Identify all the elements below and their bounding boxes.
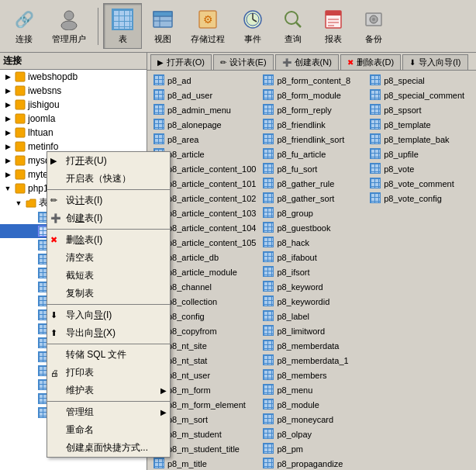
tab-design[interactable]: ✏ 设计表(E) [213, 54, 274, 70]
sidebar-item-iwebsns[interactable]: ▶ iwebsns [0, 84, 147, 98]
table-cell[interactable]: p8_special_comment [367, 88, 473, 102]
table-cell[interactable]: p8_upfile [367, 147, 473, 161]
table-cell[interactable]: p8_memberdata_1 [260, 354, 366, 368]
table-icon [263, 133, 274, 146]
table-icon [263, 148, 274, 161]
connect-button[interactable]: 🔗 连接 [5, 3, 43, 49]
sidebar-item-iwebshopdb[interactable]: ▶ iwebshopdb [0, 70, 147, 84]
table-cell[interactable]: p8_ifsort [260, 265, 366, 279]
sidebar-item-lhtuan[interactable]: ▶ lhtuan [0, 126, 147, 140]
ctx-maintain[interactable]: 维护表 ▶ [47, 382, 170, 399]
table-cell[interactable]: p8_alonepage [150, 118, 259, 132]
table-cell[interactable]: p8_template [367, 118, 473, 132]
view-button[interactable]: 视图 [143, 3, 182, 49]
ctx-open[interactable]: ▶ 打开表(U) [47, 152, 170, 170]
table-cell[interactable]: p8_members [260, 368, 366, 382]
table-cell[interactable]: p8_gather_sort [260, 192, 366, 206]
table-cell[interactable]: p8_memberdata [260, 339, 366, 353]
table-cell[interactable] [367, 236, 473, 250]
table-cell[interactable]: p8_olpay [260, 427, 366, 441]
table-cell[interactable] [367, 339, 473, 353]
ctx-design[interactable]: ✏ 设计表(I) [47, 192, 170, 209]
table-cell[interactable]: p8_ad_user [150, 88, 259, 102]
table-cell[interactable]: p8_module [260, 398, 366, 412]
table-cell[interactable] [367, 206, 473, 220]
query-button[interactable]: 查询 [274, 3, 312, 49]
user-button[interactable]: 管理用户 [45, 3, 93, 49]
ctx-shortcut[interactable]: 创建桌面快捷方式... [47, 439, 170, 457]
table-button[interactable]: 表 [103, 3, 142, 49]
table-name-label: p8_limitword [277, 327, 325, 336]
ctx-import[interactable]: ⬇ 导入向导(I) [47, 306, 170, 324]
table-cell[interactable] [367, 324, 473, 338]
table-cell[interactable]: p8_keyword [260, 280, 366, 294]
table-cell[interactable] [367, 457, 473, 470]
table-cell[interactable]: p8_vote [367, 162, 473, 176]
event-button[interactable]: 事件 [233, 3, 272, 49]
table-cell[interactable]: p8_vote_config [367, 192, 473, 206]
ctx-rename[interactable]: 重命名 [47, 421, 170, 439]
ctx-group[interactable]: 管理组 ▶ [47, 403, 170, 421]
table-cell[interactable]: p8_form_content_8 [260, 74, 366, 88]
tab-delete[interactable]: ✖ 删除表(D) [340, 54, 401, 70]
table-cell[interactable]: p8_group [260, 206, 366, 220]
table-cell[interactable]: p8_limitword [260, 324, 366, 338]
table-cell[interactable]: p8_label [260, 309, 366, 323]
tab-import[interactable]: ⬇ 导入向导(I) [402, 54, 467, 70]
table-cell[interactable]: p8_form_module [260, 88, 366, 102]
table-cell[interactable]: p8_menu [260, 383, 366, 397]
table-cell[interactable]: p8_admin_menu [150, 103, 259, 117]
table-cell[interactable]: p8_special [367, 74, 473, 88]
backup-button[interactable]: 备份 [354, 3, 393, 49]
table-cell[interactable]: p8_fu_sort [260, 162, 366, 176]
table-cell[interactable] [367, 295, 473, 309]
table-cell[interactable]: p8_fu_article [260, 147, 366, 161]
ctx-create[interactable]: ➕ 创建表(I) [47, 209, 170, 227]
table-cell[interactable] [367, 398, 473, 412]
table-cell[interactable]: p8_propagandize [260, 457, 366, 470]
table-cell[interactable] [367, 251, 473, 264]
ctx-dump[interactable]: 转储 SQL 文件 [47, 346, 170, 364]
table-cell[interactable] [367, 368, 473, 382]
table-cell[interactable]: p8_keywordid [260, 295, 366, 309]
table-cell[interactable]: p8_template_bak [367, 133, 473, 147]
table-cell[interactable]: p8_guestbook [260, 221, 366, 235]
table-cell[interactable]: p8_ad [150, 74, 259, 88]
table-cell[interactable]: p8_friendlink [260, 118, 366, 132]
table-cell[interactable] [367, 221, 473, 235]
table-cell[interactable]: p8_m_title [150, 457, 259, 470]
report-button[interactable]: 报表 [314, 3, 353, 49]
table-cell[interactable]: p8_gather_rule [260, 177, 366, 191]
ctx-export[interactable]: ⬆ 导出向导(X) [47, 324, 170, 342]
table-cell[interactable] [367, 413, 473, 427]
table-area[interactable]: p8_adp8_form_content_8p8_specialp8_ad_us… [147, 71, 476, 470]
table-cell[interactable]: p8_hack [260, 236, 366, 250]
sidebar-item-joomla[interactable]: ▶ joomla [0, 112, 147, 126]
proc-button[interactable]: ⚙ 存储过程 [184, 3, 232, 49]
table-cell[interactable]: p8_area [150, 133, 259, 147]
table-cell[interactable] [367, 383, 473, 397]
table-cell[interactable] [367, 280, 473, 294]
table-cell[interactable] [367, 427, 473, 441]
tab-create[interactable]: ➕ 创建表(N) [275, 54, 339, 70]
sidebar-item-jishigou[interactable]: ▶ jishigou [0, 98, 147, 112]
table-cell[interactable] [367, 354, 473, 368]
table-cell[interactable] [367, 442, 473, 456]
table-cell[interactable] [367, 309, 473, 323]
table-cell[interactable]: p8_vote_comment [367, 177, 473, 191]
table-cell[interactable]: p8_friendlink_sort [260, 133, 366, 147]
ctx-open-fast[interactable]: 开启表（快速） [47, 170, 170, 188]
ctx-delete[interactable]: ✖ 删除表(I) [47, 231, 170, 249]
table-cell[interactable] [367, 265, 473, 279]
ctx-copy[interactable]: 复制表 [47, 285, 170, 302]
table-cell[interactable]: p8_spsort [367, 103, 473, 117]
ctx-print[interactable]: 🖨 打印表 [47, 364, 170, 382]
table-cell[interactable]: p8_pm [260, 442, 366, 456]
table-cell[interactable]: p8_ifabout [260, 251, 366, 264]
table-cell[interactable]: p8_moneycard [260, 413, 366, 427]
table-cell[interactable]: p8_form_reply [260, 103, 366, 117]
connect-label: 连接 [16, 33, 33, 45]
tab-open[interactable]: ▶ 打开表(O) [150, 54, 212, 70]
ctx-empty[interactable]: 清空表 [47, 249, 170, 267]
ctx-truncate[interactable]: 截短表 [47, 267, 170, 285]
